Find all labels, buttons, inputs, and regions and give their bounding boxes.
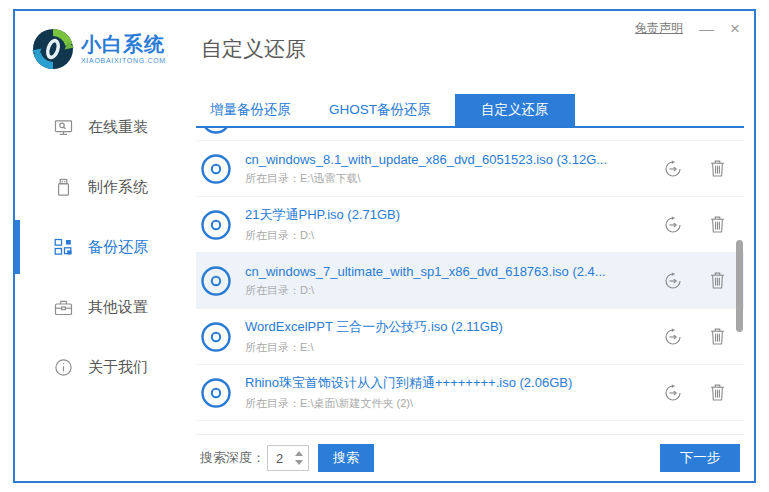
minimize-button[interactable]: — [699, 21, 714, 36]
disc-icon [200, 153, 232, 185]
tab-custom-restore[interactable]: 自定义还原 [455, 94, 575, 126]
info-icon [54, 357, 74, 377]
disc-icon [200, 128, 232, 135]
iso-title: WordExcelPPT 三合一办公技巧.iso (2.11GB) [245, 318, 654, 336]
list-item-actions [664, 383, 727, 402]
sidebar-item-label: 关于我们 [88, 358, 148, 377]
active-indicator-bar [15, 220, 20, 274]
delete-icon[interactable] [709, 215, 727, 234]
list-item-text: cn_windows_7_ultimate_with_sp1_x86_dvd_6… [245, 264, 654, 298]
sidebar: 在线重装 制作系统 [15, 87, 187, 481]
brand-domain: XIAOBAIXITONG.COM [81, 57, 166, 65]
search-button[interactable]: 搜索 [318, 444, 374, 472]
iso-title: cn_windows_8.1_with_update_x86_dvd_60515… [245, 152, 654, 167]
disc-icon [200, 321, 232, 353]
app-logo: 小白系统 XIAOBAIXITONG.COM [15, 26, 187, 72]
restore-icon[interactable] [664, 215, 682, 234]
stepper-arrows [293, 451, 308, 465]
list-item-actions [664, 159, 727, 178]
delete-icon[interactable] [709, 159, 727, 178]
disc-icon [200, 265, 232, 297]
sidebar-item-backup-restore[interactable]: 备份还原 [15, 217, 187, 277]
toolbox-icon [54, 297, 74, 317]
iso-path: 所在目录：E:\ [245, 340, 654, 355]
sidebar-item-about-us[interactable]: 关于我们 [15, 337, 187, 397]
list-item-text: 21天学通PHP.iso (2.71GB) 所在目录：D:\ [245, 206, 654, 243]
active-indicator-bar [15, 160, 20, 214]
list-item[interactable]: cn_windows_7_ultimate_with_sp1_x86_dvd_6… [196, 253, 744, 309]
delete-icon[interactable] [709, 271, 727, 290]
iso-path: 所在目录：E:\桌面\新建文件夹 (2)\ [245, 396, 654, 411]
main: 在线重装 制作系统 [15, 87, 754, 481]
iso-title: 21天学通PHP.iso (2.71GB) [245, 206, 654, 224]
monitor-search-icon [54, 117, 74, 137]
list-item-actions [664, 327, 727, 346]
disc-icon [200, 209, 232, 241]
step-up-icon[interactable] [295, 451, 303, 456]
step-down-icon[interactable] [295, 460, 303, 465]
sidebar-item-make-system[interactable]: 制作系统 [15, 157, 187, 217]
list-item-actions [664, 271, 727, 290]
restore-icon[interactable] [664, 159, 682, 178]
search-depth-label: 搜索深度： [200, 449, 265, 467]
page-title: 自定义还原 [201, 35, 306, 63]
sidebar-item-label: 在线重装 [88, 118, 148, 137]
iso-path: 所在目录：D:\ [245, 228, 654, 243]
tab-incremental-backup-restore[interactable]: 增量备份还原 [196, 94, 305, 126]
list-item[interactable]: WordExcelPPT 三合一办公技巧.iso (2.11GB) 所在目录：E… [196, 309, 744, 365]
list-item-actions [664, 215, 727, 234]
list-item[interactable]: Rhino珠宝首饰设计从入门到精通++++++++.iso (2.06GB) 所… [196, 365, 744, 421]
list-item[interactable]: 21天学通PHP.iso (2.71GB) 所在目录：D:\ [196, 197, 744, 253]
usb-drive-icon [54, 177, 74, 197]
list-item-partial[interactable] [196, 128, 744, 141]
brand-name: 小白系统 [81, 33, 166, 55]
restore-icon[interactable] [664, 327, 682, 346]
sidebar-item-label: 其他设置 [88, 298, 148, 317]
iso-path: 所在目录：E:\迅雷下载\ [245, 171, 654, 186]
sidebar-item-online-reinstall[interactable]: 在线重装 [15, 97, 187, 157]
active-indicator-bar [15, 100, 20, 154]
tab-bar: 增量备份还原 GHOST备份还原 自定义还原 [196, 94, 744, 128]
iso-list: cn_windows_8.1_with_update_x86_dvd_60515… [196, 128, 744, 434]
close-button[interactable]: × [730, 20, 740, 37]
footer-bar: 搜索深度： 2 搜索 下一步 [196, 434, 744, 481]
sidebar-item-label: 制作系统 [88, 178, 148, 197]
scrollbar-thumb[interactable] [736, 240, 743, 332]
iso-title: Rhino珠宝首饰设计从入门到精通++++++++.iso (2.06GB) [245, 374, 654, 392]
tab-ghost-backup-restore[interactable]: GHOST备份还原 [315, 94, 445, 126]
iso-path: 所在目录：D:\ [245, 283, 654, 298]
logo-icon [30, 26, 76, 72]
disclaimer-link[interactable]: 免责声明 [635, 20, 683, 37]
restore-icon[interactable] [664, 271, 682, 290]
list-item-text: WordExcelPPT 三合一办公技巧.iso (2.11GB) 所在目录：E… [245, 318, 654, 355]
content: 增量备份还原 GHOST备份还原 自定义还原 [187, 87, 754, 481]
iso-title: cn_windows_7_ultimate_with_sp1_x86_dvd_6… [245, 264, 654, 279]
delete-icon[interactable] [709, 383, 727, 402]
delete-icon[interactable] [709, 327, 727, 346]
titlebar: 免责声明 — × [635, 20, 740, 37]
search-depth-stepper[interactable]: 2 [267, 445, 309, 471]
disc-icon [200, 377, 232, 409]
sidebar-item-label: 备份还原 [88, 238, 148, 257]
list-item-text: Rhino珠宝首饰设计从入门到精通++++++++.iso (2.06GB) 所… [245, 374, 654, 411]
restore-icon[interactable] [664, 383, 682, 402]
next-step-button[interactable]: 下一步 [660, 444, 740, 472]
active-indicator-bar [15, 340, 20, 394]
app-window: 免责声明 — × 小白系统 XIAOBAIXITONG.COM 自定义还原 [13, 9, 756, 483]
list-item[interactable]: cn_windows_8.1_with_update_x86_dvd_60515… [196, 141, 744, 197]
sidebar-item-other-settings[interactable]: 其他设置 [15, 277, 187, 337]
list-item-text: cn_windows_8.1_with_update_x86_dvd_60515… [245, 152, 654, 186]
backup-grid-icon [54, 237, 74, 257]
active-indicator-bar [15, 280, 20, 334]
brand-text: 小白系统 XIAOBAIXITONG.COM [81, 33, 166, 65]
search-depth-value[interactable]: 2 [268, 451, 293, 466]
